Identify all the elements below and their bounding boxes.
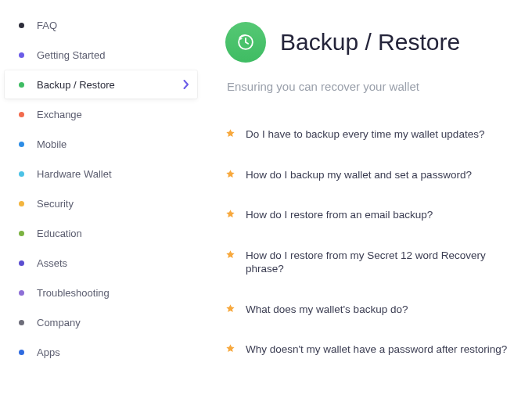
faq-question: How do I restore from an email backup? [246, 208, 433, 222]
sidebar-item-hardware-wallet[interactable]: Hardware Wallet [5, 160, 197, 188]
page-title: Backup / Restore [280, 29, 460, 56]
restore-icon [225, 22, 266, 63]
faq-item[interactable]: How do I restore from an email backup? [225, 208, 521, 222]
faq-item[interactable]: How do I restore from my Secret 12 word … [225, 249, 521, 276]
sidebar-item-getting-started[interactable]: Getting Started [5, 41, 197, 69]
sidebar-item-label: Hardware Wallet [37, 168, 112, 180]
sidebar: FAQGetting StartedBackup / RestoreExchan… [0, 0, 202, 420]
category-dot-icon [19, 171, 24, 177]
category-dot-icon [19, 82, 24, 88]
faq-item[interactable]: Do I have to backup every time my wallet… [225, 127, 521, 142]
sidebar-item-education[interactable]: Education [5, 219, 197, 247]
sidebar-item-label: FAQ [37, 20, 57, 31]
faq-list: Do I have to backup every time my wallet… [225, 127, 521, 357]
category-dot-icon [19, 112, 24, 117]
faq-question: What does my wallet's backup do? [246, 303, 408, 317]
faq-question: Do I have to backup every time my wallet… [246, 127, 484, 142]
category-dot-icon [19, 231, 24, 236]
category-dot-icon [19, 350, 24, 355]
faq-question: Why doesn't my wallet have a password af… [246, 343, 507, 357]
sidebar-item-company[interactable]: Company [5, 308, 197, 336]
sidebar-item-troubleshooting[interactable]: Troubleshooting [5, 278, 197, 307]
star-icon [225, 169, 235, 179]
sidebar-item-label: Exchange [37, 109, 82, 120]
sidebar-item-label: Troubleshooting [37, 287, 110, 299]
faq-item[interactable]: Why doesn't my wallet have a password af… [225, 343, 521, 357]
sidebar-item-faq[interactable]: FAQ [5, 11, 197, 39]
category-dot-icon [19, 320, 24, 325]
sidebar-item-label: Backup / Restore [37, 79, 115, 91]
faq-question: How do I restore from my Secret 12 word … [246, 249, 521, 276]
sidebar-item-label: Getting Started [37, 49, 105, 61]
sidebar-item-label: Assets [37, 257, 67, 269]
sidebar-item-security[interactable]: Security [5, 189, 197, 217]
sidebar-item-mobile[interactable]: Mobile [5, 130, 197, 158]
sidebar-item-backup-restore[interactable]: Backup / Restore [5, 70, 197, 99]
sidebar-item-assets[interactable]: Assets [5, 249, 197, 277]
faq-question: How do I backup my wallet and set a pass… [246, 168, 472, 182]
sidebar-item-label: Education [37, 228, 82, 239]
sidebar-item-label: Company [37, 317, 81, 328]
category-dot-icon [19, 23, 24, 28]
page-subtitle: Ensuring you can recover your wallet [227, 80, 521, 93]
star-icon [225, 209, 235, 219]
category-dot-icon [19, 142, 24, 147]
sidebar-item-label: Mobile [37, 138, 66, 150]
sidebar-item-label: Apps [37, 346, 60, 358]
main-content: Backup / Restore Ensuring you can recove… [202, 0, 532, 420]
star-icon [225, 303, 235, 314]
sidebar-item-exchange[interactable]: Exchange [5, 100, 197, 128]
sidebar-item-label: Security [37, 198, 74, 210]
faq-item[interactable]: How do I backup my wallet and set a pass… [225, 168, 521, 182]
category-dot-icon [19, 52, 24, 58]
category-dot-icon [19, 201, 24, 206]
sidebar-item-apps[interactable]: Apps [5, 338, 197, 366]
star-icon [225, 343, 235, 354]
category-dot-icon [19, 260, 24, 266]
chevron-right-icon [183, 80, 189, 89]
category-dot-icon [19, 290, 24, 296]
page-header: Backup / Restore [225, 22, 521, 63]
star-icon [225, 128, 235, 138]
faq-item[interactable]: What does my wallet's backup do? [225, 303, 521, 317]
star-icon [225, 249, 235, 260]
